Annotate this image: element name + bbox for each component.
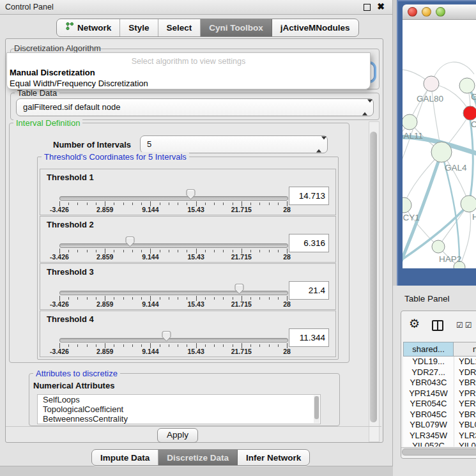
network-node[interactable] — [461, 196, 476, 212]
list-scrollbar-thumb[interactable] — [314, 396, 319, 419]
tab-network[interactable]: Network — [57, 19, 120, 36]
spinner-up-icon[interactable] — [362, 103, 367, 116]
table-cell: YDL19... — [403, 357, 454, 367]
tab-infer-network[interactable]: Infer Network — [238, 450, 309, 465]
threshold-row: Threshold 1-3.4262.8599.14415.4321.71528 — [40, 169, 336, 215]
tab-select[interactable]: Select — [158, 19, 201, 36]
network-node[interactable] — [431, 142, 452, 162]
panel-scrollbar-thumb[interactable] — [370, 132, 377, 422]
minimize-traffic-light-icon[interactable] — [422, 7, 431, 17]
threshold-value-field[interactable] — [289, 187, 329, 205]
slider-tick-label: -3.426 — [50, 253, 69, 261]
table-row[interactable]: YER054CYER0 — [403, 399, 476, 410]
network-icon — [65, 20, 74, 36]
network-canvas[interactable]: GAL80GAGAL11CGAL4GCY1HHAP2 — [403, 20, 476, 268]
table-row[interactable]: YLR345WYLR3 — [403, 431, 476, 441]
slider-tick-label: 15.43 — [187, 300, 204, 308]
network-node[interactable] — [403, 197, 411, 213]
table-row[interactable]: YBR043CYBR0 — [403, 378, 476, 388]
close-traffic-light-icon[interactable] — [408, 7, 417, 17]
tab-style[interactable]: Style — [120, 19, 158, 36]
table-cell: YER0 — [454, 399, 476, 410]
tab-label: Cyni Toolbox — [209, 20, 263, 36]
numerical-attributes-list[interactable]: SelfLoopsTopologicalCoefficientBetweenne… — [37, 394, 321, 424]
network-node[interactable] — [463, 106, 476, 120]
table-row[interactable]: YDR27...YDR2 — [403, 367, 476, 378]
panel-scrollbar[interactable] — [369, 121, 380, 442]
slider-tick-label: -3.426 — [50, 300, 69, 308]
list-scrollbar[interactable] — [314, 395, 319, 423]
gear-icon[interactable]: ⚙ — [409, 316, 420, 331]
table-cell: YDL1 — [454, 357, 476, 367]
table-row[interactable]: YIL052CYIL0 — [403, 441, 476, 447]
table-header-shared[interactable]: shared... — [403, 342, 454, 357]
algorithm-dropdown-popup: Select algorithm to view settings Manual… — [6, 52, 371, 89]
thresholds-group-title: Threshold's Coordinates for 5 Intervals — [42, 152, 189, 162]
table-data-select[interactable]: galFiltered.sif default node — [16, 98, 374, 116]
discretization-algorithm-group-title: Discretization Algorithm — [14, 43, 101, 53]
numerical-attributes-label: Numerical Attributes — [33, 381, 114, 390]
table-hscrollbar[interactable] — [401, 447, 476, 456]
tab-impute-data[interactable]: Impute Data — [92, 450, 158, 465]
slider-tick-label: 21.715 — [231, 348, 252, 355]
network-node[interactable] — [432, 240, 445, 253]
network-node-label: GA — [471, 92, 476, 102]
threshold-slider-thumb[interactable] — [162, 331, 171, 342]
checkbox-icons[interactable]: ☑☑ — [456, 321, 474, 330]
network-node-label: GCY1 — [403, 213, 420, 222]
slider-tick-label: 28 — [283, 348, 291, 355]
threshold-slider-thumb[interactable] — [125, 236, 135, 247]
threshold-slider-track[interactable] — [59, 338, 288, 342]
table-cell: YBL079W — [403, 420, 454, 431]
network-node[interactable] — [403, 114, 417, 130]
threshold-slider-track[interactable] — [59, 196, 288, 201]
spinner-down-icon[interactable] — [367, 100, 372, 112]
interval-definition-group: Interval Definition Number of Intervals … — [9, 123, 349, 363]
table-row[interactable]: YPR145WYPR1 — [403, 388, 476, 399]
tab-label: jActiveMNodules — [280, 20, 350, 36]
table-cell: YIL052C — [403, 441, 454, 447]
threshold-slider-track[interactable] — [59, 243, 288, 248]
attribute-list-item[interactable]: BetweennessCentrality — [38, 414, 320, 424]
threshold-slider-thumb[interactable] — [234, 284, 244, 295]
network-node[interactable] — [459, 78, 475, 93]
spinner-icons — [362, 103, 367, 112]
tab-cyni-toolbox[interactable]: Cyni Toolbox — [201, 19, 272, 36]
dropdown-option[interactable]: Equal Width/Frequency Discretization — [7, 79, 370, 88]
threshold-value-field[interactable] — [289, 281, 329, 300]
table-hscrollbar-thumb[interactable] — [402, 449, 476, 456]
tab-discretize-data[interactable]: Discretize Data — [158, 450, 238, 465]
network-node[interactable] — [424, 76, 439, 91]
table-cell: YPR1 — [454, 388, 476, 399]
threshold-value-field[interactable] — [289, 234, 329, 252]
dropdown-option[interactable]: Manual Discretization — [7, 68, 370, 77]
network-node-label: GAL11 — [403, 131, 423, 141]
slider-tick-label: 15.43 — [187, 206, 204, 213]
spinner-up-icon[interactable] — [316, 140, 321, 153]
spinner-down-icon[interactable] — [321, 137, 326, 150]
float-window-icon[interactable] — [364, 4, 371, 11]
tab-jactivemnodules[interactable]: jActiveMNodules — [272, 19, 358, 36]
threshold-slider-thumb[interactable] — [186, 189, 196, 200]
table-header-name[interactable]: n — [454, 342, 476, 357]
table-cell: YPR145W — [403, 388, 454, 399]
network-node-label: HAP2 — [439, 254, 461, 264]
zoom-traffic-light-icon[interactable] — [436, 7, 445, 17]
table-row[interactable]: YBL079WYBL0 — [403, 420, 476, 431]
threshold-slider-track[interactable] — [59, 291, 288, 295]
split-view-icon[interactable] — [432, 320, 443, 331]
num-intervals-select[interactable]: 5 — [140, 135, 328, 153]
network-edge-highlighted[interactable] — [469, 120, 473, 204]
attribute-list-item[interactable]: TopologicalCoefficient — [38, 404, 320, 414]
table-row[interactable]: YDL19...YDL1 — [403, 357, 476, 367]
apply-button[interactable]: Apply — [157, 428, 198, 443]
tab-label: Select — [167, 20, 192, 36]
slider-tick-label: 2.859 — [96, 300, 113, 308]
attribute-list-item[interactable]: SelfLoops — [38, 395, 320, 404]
close-icon[interactable]: ✖ — [377, 1, 385, 12]
table-cell: YBL0 — [454, 420, 476, 431]
threshold-value-field[interactable] — [289, 328, 329, 347]
table-cell: YLR345W — [403, 431, 454, 441]
table-row[interactable]: YBR045CYBR0 — [403, 410, 476, 420]
slider-tick-label: 28 — [283, 253, 291, 261]
